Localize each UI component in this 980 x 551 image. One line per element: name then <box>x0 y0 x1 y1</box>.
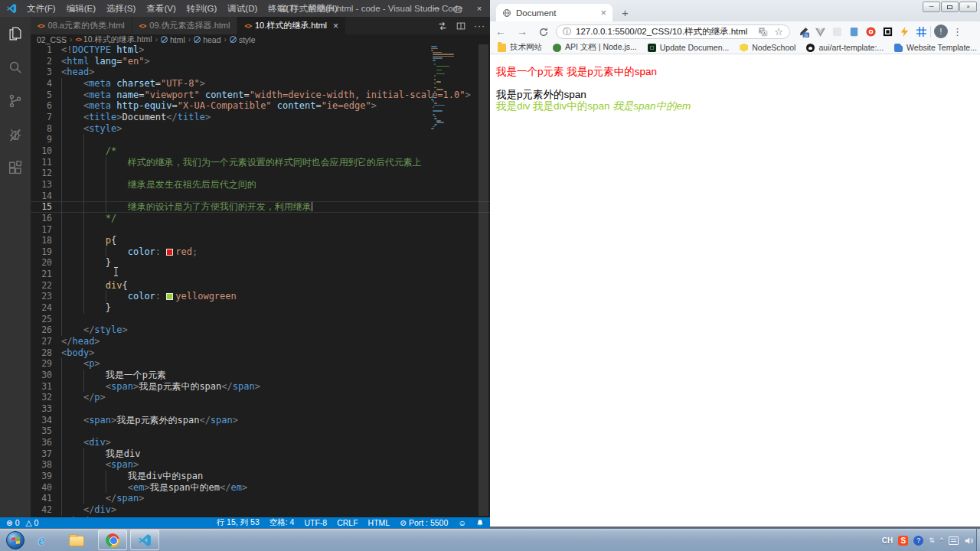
faded-square-icon[interactable] <box>831 26 843 37</box>
split-editor-icon[interactable] <box>456 21 466 31</box>
status-cursor-position[interactable]: 行 15, 列 53 <box>217 517 260 528</box>
taskbar-explorer-icon[interactable] <box>69 533 86 548</box>
breadcrumb-item[interactable]: head <box>203 35 220 44</box>
menu-item-1[interactable]: 编辑(E) <box>61 0 101 17</box>
bookmark-item-1[interactable]: API 文档 | Node.js... <box>553 42 637 53</box>
minimap-line <box>433 95 436 96</box>
menu-item-3[interactable]: 查看(V) <box>141 0 181 17</box>
status-warnings[interactable]: △ 0 <box>26 518 39 527</box>
address-bar[interactable]: ⓘ 127.0.0.1:5500/02_CSS/10.样式的继承.html 文A… <box>556 24 790 39</box>
extensions-icon[interactable] <box>0 152 31 185</box>
taskbar-chrome-button[interactable] <box>98 530 127 550</box>
code-line: 26 </style> <box>31 324 490 336</box>
red-ring-icon[interactable] <box>865 26 877 37</box>
indent-guide <box>83 291 84 302</box>
reload-button[interactable] <box>533 25 554 37</box>
black-frame-icon[interactable] <box>882 26 893 37</box>
code-line: 37 我是div <box>31 448 490 460</box>
menu-item-5[interactable]: 调试(D) <box>222 0 263 17</box>
tray-sogou-icon[interactable]: S <box>898 536 908 546</box>
bookmark-item-2[interactable]: Update Documen... <box>648 43 729 52</box>
site-info-icon[interactable]: ⓘ <box>563 26 571 37</box>
breadcrumb-item[interactable]: 10.样式的继承.html <box>83 34 152 45</box>
line-number: 29 <box>31 358 61 370</box>
debug-icon[interactable] <box>0 118 31 152</box>
bookmark-star-icon[interactable]: ☆ <box>774 26 783 37</box>
vscode-minimize-button[interactable]: ─ <box>426 0 447 17</box>
json-pen-icon[interactable]: JS <box>798 26 809 37</box>
code-editor[interactable]: 1<!DOCTYPE html>2<html lang="en">3<head>… <box>31 44 490 517</box>
profile-avatar[interactable]: ! <box>934 24 948 38</box>
browser-minimize-button[interactable]: ─ <box>923 2 940 12</box>
status-errors[interactable]: ⊗ 0 <box>6 518 20 527</box>
toggle-layout-icon[interactable] <box>437 21 448 31</box>
svg-text:JS: JS <box>803 32 808 37</box>
minimap[interactable] <box>431 46 459 145</box>
indent-guide <box>61 459 62 471</box>
status-bell-icon[interactable] <box>476 519 484 527</box>
menu-item-4[interactable]: 转到(G) <box>181 0 223 17</box>
editor-tab-2[interactable]: <>10.样式的继承.html× <box>237 17 346 34</box>
browser-menu-icon[interactable]: ⋮ <box>952 26 962 37</box>
browser-close-button[interactable]: × <box>959 2 977 12</box>
tray-help-icon[interactable]: ? <box>913 536 923 546</box>
breadcrumb-item[interactable]: style <box>239 35 256 44</box>
vue-icon[interactable] <box>815 26 826 37</box>
vscode-icon <box>138 533 152 547</box>
menu-item-0[interactable]: 文件(F) <box>21 0 61 17</box>
url-text[interactable]: 127.0.0.1:5500/02_CSS/10.样式的继承.html <box>576 26 747 37</box>
status-port[interactable]: ⊘ Port : 5500 <box>400 518 448 527</box>
grid-icon[interactable] <box>916 26 927 37</box>
status-encoding[interactable]: UTF-8 <box>304 518 327 527</box>
editor-scrollbar[interactable] <box>479 44 488 516</box>
explorer-icon[interactable] <box>0 17 31 51</box>
volume-icon[interactable] <box>964 536 974 546</box>
editor-tab-1[interactable]: <>09.伪元素选择器.html <box>132 17 238 34</box>
bolt-icon[interactable] <box>899 26 910 37</box>
code-text: <em>我是span中的em</em> <box>61 482 490 494</box>
tray-update-icon[interactable]: ⇅ <box>929 536 935 544</box>
vscode-close-button[interactable]: × <box>469 0 490 17</box>
breadcrumb-separator: › <box>224 35 227 44</box>
status-eol[interactable]: CRLF <box>337 518 358 527</box>
tab-close-icon[interactable]: × <box>600 7 606 18</box>
taskbar-ie-icon[interactable]: e <box>38 533 55 548</box>
source-control-icon[interactable] <box>0 84 31 118</box>
more-actions-icon[interactable]: ··· <box>474 21 485 31</box>
indent-guide <box>106 291 106 302</box>
status-feedback-icon[interactable]: ☺ <box>458 518 466 527</box>
tray-ime-icon[interactable] <box>949 536 959 545</box>
forward-button[interactable]: → <box>511 25 533 37</box>
vscode-maximize-button[interactable]: ▢ <box>447 0 469 17</box>
start-button[interactable] <box>6 531 24 549</box>
line-number: 3 <box>31 67 61 78</box>
symbol-icon <box>161 36 168 43</box>
bookmark-item-0[interactable]: 技术网站 <box>498 42 542 53</box>
status-indentation[interactable]: 空格: 4 <box>270 517 295 528</box>
code-text: <span> <box>61 459 490 471</box>
new-tab-button[interactable]: + <box>622 6 629 19</box>
line-number: 40 <box>31 482 61 494</box>
browser-tab[interactable]: Document × <box>496 4 612 21</box>
breadcrumb-item[interactable]: 02_CSS <box>37 35 67 44</box>
bookmark-item-4[interactable]: aui/art-template:... <box>806 43 884 52</box>
taskbar-vscode-button[interactable] <box>130 530 159 550</box>
browser-restore-button[interactable] <box>941 2 959 12</box>
editor-tab-0[interactable]: <>08.a元素的伪类.html <box>31 17 132 34</box>
code-line: 33 <box>31 403 490 415</box>
tray-language-indicator[interactable]: CH <box>882 536 893 545</box>
show-desktop-button[interactable] <box>976 529 980 551</box>
tab-close-icon[interactable]: × <box>333 21 338 31</box>
blue-square-icon[interactable] <box>848 26 860 37</box>
bookmark-item-3[interactable]: NodeSchool <box>740 43 795 52</box>
menu-item-2[interactable]: 选择(S) <box>101 0 141 17</box>
breadcrumb-item[interactable]: html <box>170 35 185 44</box>
bookmark-item-5[interactable]: Website Template... <box>894 43 977 52</box>
page-div-line: 我是div 我是div中的span 我是span中的em <box>496 101 974 112</box>
translate-icon[interactable]: 文A <box>758 27 768 37</box>
search-icon[interactable] <box>0 51 31 84</box>
tray-expand-icon[interactable]: ^ <box>940 536 943 544</box>
bookmark-label: 技术网站 <box>510 42 542 53</box>
back-button[interactable]: ← <box>490 25 511 37</box>
status-language[interactable]: HTML <box>368 518 390 527</box>
